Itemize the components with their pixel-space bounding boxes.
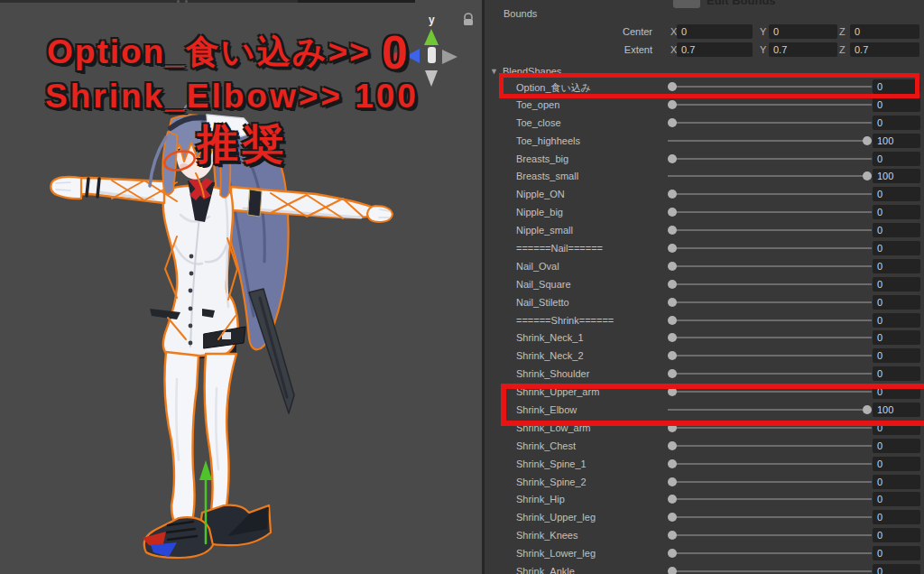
blendshape-slider[interactable] (668, 347, 872, 365)
slider-track[interactable] (668, 481, 872, 483)
blendshape-value-field[interactable]: 0 (873, 241, 920, 255)
blendshape-value-field[interactable]: 0 (873, 277, 920, 292)
blendshape-value-field[interactable]: 100 (873, 169, 920, 183)
slider-knob[interactable] (668, 333, 677, 342)
blendshape-slider[interactable] (668, 455, 872, 473)
blendshape-slider[interactable] (668, 293, 872, 311)
slider-track[interactable] (668, 140, 872, 142)
scene-viewport[interactable]: y z Option_食い込み>> 0 Shrink_Elbow>> 100 推… (0, 0, 483, 574)
blendshape-slider[interactable] (668, 203, 872, 221)
slider-knob[interactable] (668, 190, 677, 199)
blendshape-slider[interactable] (668, 78, 872, 96)
slider-knob[interactable] (668, 387, 677, 396)
blendshape-value-field[interactable]: 100 (873, 403, 920, 417)
slider-knob[interactable] (668, 531, 677, 540)
slider-track[interactable] (668, 409, 872, 411)
blendshape-slider[interactable] (668, 401, 872, 419)
slider-knob[interactable] (668, 513, 677, 522)
blendshape-value-field[interactable]: 0 (873, 116, 920, 130)
blendshape-value-field[interactable]: 0 (873, 259, 920, 273)
slider-knob[interactable] (668, 226, 677, 235)
slider-knob[interactable] (668, 208, 677, 217)
blendshape-slider[interactable] (668, 437, 872, 455)
extent-z-field[interactable]: 0.7 (850, 42, 919, 57)
slider-track[interactable] (668, 570, 872, 572)
blendshape-value-field[interactable]: 0 (873, 79, 920, 94)
slider-knob[interactable] (668, 82, 677, 91)
blendshape-slider[interactable] (668, 383, 872, 401)
slider-track[interactable] (668, 498, 872, 500)
slider-track[interactable] (668, 337, 872, 338)
blendshape-slider[interactable] (668, 150, 872, 168)
slider-track[interactable] (668, 211, 872, 213)
slider-track[interactable] (668, 373, 872, 375)
slider-knob[interactable] (668, 441, 677, 450)
blendshape-value-field[interactable]: 0 (873, 97, 920, 112)
blendshape-value-field[interactable]: 0 (873, 223, 920, 237)
blendshapes-foldout[interactable]: ▼BlendShapes (490, 62, 561, 79)
blendshape-value-field[interactable]: 0 (873, 528, 920, 542)
blendshape-value-field[interactable]: 0 (873, 152, 920, 166)
slider-track[interactable] (668, 355, 872, 356)
slider-track[interactable] (668, 122, 872, 124)
slider-knob[interactable] (668, 118, 677, 127)
blendshape-value-field[interactable]: 0 (873, 546, 920, 560)
slider-track[interactable] (668, 552, 872, 554)
blendshape-value-field[interactable]: 0 (873, 330, 920, 345)
extent-y-field[interactable]: 0.7 (769, 42, 837, 57)
slider-track[interactable] (668, 229, 872, 231)
blendshape-slider[interactable] (668, 114, 872, 132)
slider-track[interactable] (668, 463, 872, 465)
slider-knob[interactable] (668, 280, 677, 289)
blendshape-value-field[interactable]: 0 (873, 492, 920, 506)
center-z-field[interactable]: 0 (850, 24, 919, 39)
slider-track[interactable] (668, 283, 872, 285)
blendshape-slider[interactable] (668, 419, 872, 437)
slider-knob[interactable] (668, 316, 677, 325)
slider-track[interactable] (668, 516, 872, 518)
blendshape-slider[interactable] (668, 239, 872, 257)
blendshape-slider[interactable] (668, 490, 872, 508)
blendshape-slider[interactable] (668, 473, 872, 491)
slider-knob[interactable] (668, 262, 677, 271)
slider-track[interactable] (668, 427, 872, 429)
blendshape-value-field[interactable]: 0 (873, 421, 920, 435)
blendshape-slider[interactable] (668, 221, 872, 239)
slider-track[interactable] (668, 445, 872, 447)
blendshape-slider[interactable] (668, 544, 872, 562)
blendshape-value-field[interactable]: 0 (873, 384, 920, 399)
center-y-field[interactable]: 0 (769, 24, 837, 39)
slider-track[interactable] (668, 193, 872, 195)
blendshape-slider[interactable] (668, 526, 872, 544)
blendshape-value-field[interactable]: 0 (873, 457, 920, 471)
edit-bounds-toggle[interactable] (673, 0, 700, 8)
lock-icon[interactable] (461, 13, 476, 27)
slider-knob[interactable] (668, 100, 677, 109)
blendshape-value-field[interactable]: 0 (873, 205, 920, 219)
slider-knob[interactable] (668, 298, 677, 307)
blendshape-value-field[interactable]: 0 (873, 348, 920, 363)
slider-track[interactable] (668, 534, 872, 536)
blendshape-slider[interactable] (668, 96, 872, 114)
blendshape-value-field[interactable]: 0 (873, 564, 920, 574)
blendshape-slider[interactable] (668, 562, 872, 574)
slider-track[interactable] (668, 265, 872, 267)
slider-knob[interactable] (668, 495, 677, 504)
slider-knob[interactable] (863, 405, 872, 414)
slider-track[interactable] (668, 319, 872, 321)
blendshape-slider[interactable] (668, 311, 872, 329)
slider-track[interactable] (668, 301, 872, 303)
slider-track[interactable] (668, 158, 872, 160)
blendshape-slider[interactable] (668, 329, 872, 347)
blendshape-value-field[interactable]: 0 (873, 295, 920, 310)
blendshape-slider[interactable] (668, 132, 872, 150)
slider-track[interactable] (668, 247, 872, 249)
extent-x-field[interactable]: 0.7 (677, 42, 753, 57)
blendshape-value-field[interactable]: 0 (873, 313, 920, 328)
slider-knob[interactable] (863, 136, 872, 145)
blendshape-value-field[interactable]: 0 (873, 187, 920, 201)
blendshape-slider[interactable] (668, 167, 872, 185)
blendshape-slider[interactable] (668, 508, 872, 526)
slider-knob[interactable] (668, 154, 677, 163)
slider-knob[interactable] (668, 244, 677, 253)
